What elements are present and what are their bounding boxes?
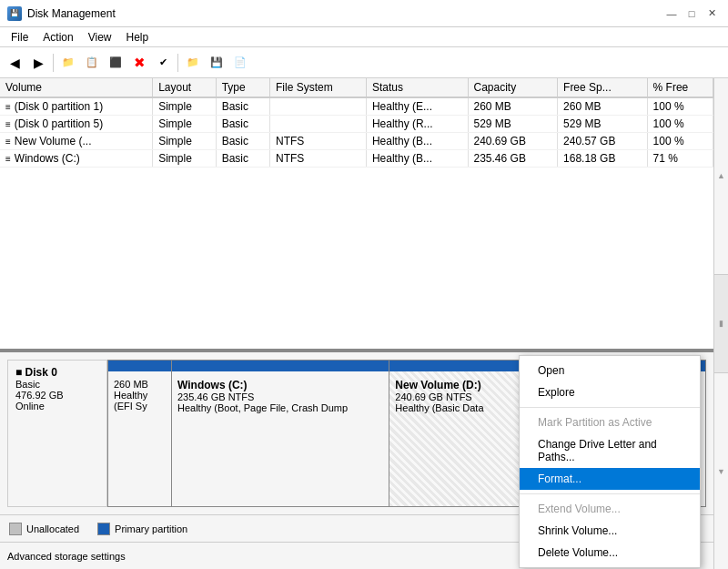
partition-name: Windows (C:) — [177, 379, 383, 391]
cell-status: Healthy (B... — [366, 133, 468, 150]
title-bar: 💾 Disk Management — □ ✕ — [0, 0, 728, 27]
open-button[interactable]: 📁 — [57, 52, 79, 74]
cell-capacity: 529 MB — [468, 116, 558, 133]
legend-primary: Primary partition — [97, 523, 187, 535]
toolbar: ◀ ▶ 📁 📋 ⬛ ✖ ✔ 📁 💾 📄 — [0, 47, 728, 78]
menu-help[interactable]: Help — [119, 29, 157, 46]
col-free[interactable]: Free Sp... — [558, 78, 648, 97]
cell-pct: 100 % — [647, 116, 713, 133]
cell-pct: 100 % — [647, 97, 713, 116]
cell-free: 529 MB — [558, 116, 648, 133]
cell-layout: Simple — [153, 133, 217, 150]
cell-type: Basic — [216, 150, 269, 168]
partition-status: Healthy (EFI Sy — [114, 390, 166, 412]
partition-size: 235.46 GB NTFS — [177, 391, 383, 402]
menu-bar: File Action View Help — [0, 27, 728, 47]
col-status[interactable]: Status — [366, 78, 468, 97]
volume-table-area[interactable]: Volume Layout Type File System Status Ca… — [0, 78, 713, 351]
cell-free: 260 MB — [558, 97, 648, 116]
cell-free: 240.57 GB — [558, 133, 648, 150]
context-menu: Open Explore Mark Partition as Active Ch… — [519, 355, 701, 568]
ctx-mark-active: Mark Partition as Active — [520, 412, 700, 433]
disk-properties-button[interactable]: ⬛ — [105, 52, 126, 74]
cell-fs: NTFS — [269, 150, 366, 168]
bottom-text: Advanced storage settings — [7, 551, 126, 562]
table-row[interactable]: ≡(Disk 0 partition 1) Simple Basic Healt… — [0, 97, 713, 116]
toolbar-sep-1 — [53, 54, 54, 72]
col-type[interactable]: Type — [216, 78, 269, 97]
cell-volume: ≡New Volume (... — [0, 133, 153, 150]
cell-layout: Simple — [153, 97, 217, 116]
cell-pct: 71 % — [647, 150, 713, 168]
cell-volume: ≡Windows (C:) — [0, 150, 153, 168]
menu-action[interactable]: Action — [35, 29, 80, 46]
cell-capacity: 240.69 GB — [468, 133, 558, 150]
cell-capacity: 235.46 GB — [468, 150, 558, 168]
col-volume[interactable]: Volume — [0, 78, 153, 97]
table-row[interactable]: ≡New Volume (... Simple Basic NTFS Healt… — [0, 133, 713, 150]
window-title: Disk Management — [27, 7, 116, 20]
col-layout[interactable]: Layout — [153, 78, 217, 97]
disk-label: ■ Disk 0 Basic 476.92 GB Online — [7, 360, 107, 507]
ctx-open[interactable]: Open — [520, 360, 700, 381]
legend-box-primary — [97, 523, 110, 535]
ctx-change-drive[interactable]: Change Drive Letter and Paths... — [520, 433, 700, 468]
ctx-sep-2 — [520, 493, 700, 494]
col-capacity[interactable]: Capacity — [468, 78, 558, 97]
ctx-format[interactable]: Format... — [520, 468, 700, 490]
legend-box-unallocated — [9, 523, 22, 535]
cell-status: Healthy (E... — [366, 97, 468, 116]
disk-status: Online — [15, 401, 99, 412]
window-controls[interactable]: — □ ✕ — [662, 5, 721, 22]
disk-size: 476.92 GB — [15, 390, 99, 401]
volume-table: Volume Layout Type File System Status Ca… — [0, 78, 713, 168]
cell-pct: 100 % — [647, 133, 713, 150]
partition-windows[interactable]: Windows (C:) 235.46 GB NTFS Healthy (Boo… — [172, 361, 389, 506]
back-button[interactable]: ◀ — [4, 52, 25, 74]
col-fs[interactable]: File System — [269, 78, 366, 97]
refresh-button[interactable]: 📄 — [229, 52, 251, 74]
cell-fs — [269, 97, 366, 116]
cell-type: Basic — [216, 97, 269, 116]
ctx-explore[interactable]: Explore — [520, 381, 700, 403]
maximize-button[interactable]: □ — [682, 5, 701, 22]
right-sidebar: ▲ ▮ ▼ — [713, 78, 728, 569]
forward-button[interactable]: ▶ — [27, 52, 49, 74]
toolbar-sep-2 — [177, 54, 178, 72]
app-icon: 💾 — [7, 6, 22, 21]
cell-volume: ≡(Disk 0 partition 1) — [0, 97, 153, 116]
table-row[interactable]: ≡Windows (C:) Simple Basic NTFS Healthy … — [0, 150, 713, 168]
partition-status: Healthy (Boot, Page File, Crash Dump — [177, 402, 383, 413]
disk-name: ■ Disk 0 — [15, 366, 99, 379]
cell-fs: NTFS — [269, 133, 366, 150]
legend-unallocated: Unallocated — [9, 523, 79, 535]
cell-volume: ≡(Disk 0 partition 5) — [0, 116, 153, 133]
cell-type: Basic — [216, 116, 269, 133]
ctx-shrink[interactable]: Shrink Volume... — [520, 520, 700, 542]
col-pct[interactable]: % Free — [647, 78, 713, 97]
close-button[interactable]: ✕ — [703, 5, 721, 22]
partition-efi[interactable]: 260 MB Healthy (EFI Sy — [108, 361, 172, 506]
disk-info-button[interactable]: 📋 — [81, 52, 103, 74]
new-volume-button[interactable]: 📁 — [182, 52, 204, 74]
ctx-extend: Extend Volume... — [520, 498, 700, 520]
cell-layout: Simple — [153, 150, 217, 168]
save-button[interactable]: 💾 — [206, 52, 228, 74]
cell-capacity: 260 MB — [468, 97, 558, 116]
title-bar-left: 💾 Disk Management — [7, 6, 116, 21]
menu-file[interactable]: File — [4, 29, 35, 46]
menu-view[interactable]: View — [81, 29, 119, 46]
delete-button[interactable]: ✖ — [128, 52, 150, 74]
minimize-button[interactable]: — — [662, 5, 681, 22]
check-button[interactable]: ✔ — [152, 52, 174, 74]
cell-type: Basic — [216, 133, 269, 150]
ctx-delete[interactable]: Delete Volume... — [520, 542, 700, 564]
partition-header — [172, 361, 389, 371]
ctx-sep-1 — [520, 407, 700, 408]
table-row[interactable]: ≡(Disk 0 partition 5) Simple Basic Healt… — [0, 116, 713, 133]
legend-label-primary: Primary partition — [115, 523, 187, 534]
cell-status: Healthy (R... — [366, 116, 468, 133]
legend-label-unallocated: Unallocated — [26, 523, 79, 534]
cell-layout: Simple — [153, 116, 217, 133]
cell-fs — [269, 116, 366, 133]
